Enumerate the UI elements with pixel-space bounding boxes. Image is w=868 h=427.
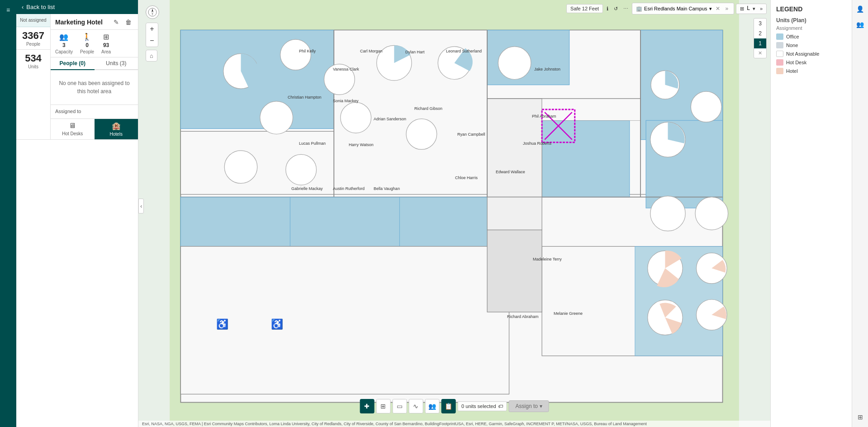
floor-level-3[interactable]: 3 <box>754 19 766 28</box>
legend-title: LEGEND <box>776 5 846 13</box>
hotel-header: Marketing Hotel ✎ 🗑 <box>51 14 138 30</box>
tab-units[interactable]: Units (3) <box>95 57 138 70</box>
compass <box>146 5 159 19</box>
legend-swatch-none <box>776 42 783 48</box>
units-label: Units <box>20 64 47 69</box>
people-icon-stat: 🚶 0 People <box>80 33 94 54</box>
units-selected-badge: 0 units selected 🏷 <box>457 401 507 411</box>
svg-text:♿: ♿ <box>216 318 229 330</box>
floor-dropdown-button[interactable]: ▾ <box>751 5 757 13</box>
campus-name: Esri Redlands Main Campus <box>644 6 707 11</box>
delete-hotel-button[interactable]: 🗑 <box>123 18 133 27</box>
zoom-controls: + − <box>146 23 158 47</box>
select-tool-button[interactable]: ✚ <box>360 399 374 413</box>
hotel-icons-row: 👥 3 Capacity 🚶 0 People ⊞ 93 Area <box>51 30 138 57</box>
assigned-to-section: Assigned to <box>51 104 138 119</box>
units-selected-count: 0 units selected <box>461 403 496 409</box>
svg-point-40 <box>224 151 257 184</box>
svg-point-38 <box>341 102 371 133</box>
legend-assignment-label: Assignment <box>776 25 846 31</box>
svg-text:♿: ♿ <box>271 318 284 330</box>
hot-desks-icon: 🖥 <box>69 122 76 130</box>
svg-rect-11 <box>487 99 542 197</box>
split-tool-button[interactable]: ⊞ <box>376 399 390 413</box>
legend-panel: LEGEND Units (Plan) Assignment Office No… <box>770 0 852 427</box>
floor-level-panel: 3 2 1 ✕ <box>754 18 767 58</box>
safe-badge: Safe 12 Feet <box>566 4 603 13</box>
layout-icon-button[interactable]: ⊞ <box>738 5 746 13</box>
right-sidebar: 👤 👥 ⊞ <box>852 0 868 427</box>
panel-stats-row: Not assigned 3367 People 534 Units Marke… <box>16 14 138 140</box>
edit-hotel-button[interactable]: ✎ <box>112 18 121 27</box>
people-list-icon[interactable]: 👥 <box>854 18 867 31</box>
floor-level-remove[interactable]: ✕ <box>754 48 766 58</box>
home-button[interactable]: ⌂ <box>146 50 157 62</box>
legend-label-not-assignable: Not Assignable <box>786 51 819 57</box>
legend-item-not-assignable: Not Assignable <box>776 51 846 57</box>
floor-plan-button[interactable]: 📋 <box>441 399 455 413</box>
nav-tab-hot-desks[interactable]: 🖥 Hot Desks <box>51 119 95 139</box>
people-filter-button[interactable]: 👥 <box>425 399 439 413</box>
legend-item-office: Office <box>776 33 846 40</box>
legend-swatch-not-assignable <box>776 51 783 57</box>
svg-point-37 <box>260 101 293 134</box>
capacity-icon: 👥 <box>59 33 68 41</box>
people-icon: 🚶 <box>82 33 91 41</box>
svg-rect-27 <box>487 197 542 230</box>
svg-rect-22 <box>180 247 509 394</box>
campus-selector[interactable]: 🏢 Esri Redlands Main Campus ▾ ✕ » <box>632 3 734 14</box>
tab-people[interactable]: People (0) <box>51 57 95 70</box>
legend-item-hot-desk: Hot Desk <box>776 59 846 66</box>
floor-level-1[interactable]: 1 <box>754 38 766 48</box>
map-options-button[interactable]: ⋯ <box>621 5 630 13</box>
hotels-icon: 🏨 <box>112 122 121 130</box>
svg-point-46 <box>695 197 728 230</box>
left-sidebar: ≡ <box>0 0 16 427</box>
svg-point-43 <box>691 91 721 122</box>
attribution-bar: Esri, NASA, NGA, USGS, FEMA | Esri Commu… <box>138 421 770 427</box>
info-icon-button[interactable]: ℹ <box>605 5 610 13</box>
nav-tab-hotels[interactable]: 🏨 Hotels <box>95 119 138 139</box>
detail-panel: ‹ Back to list Not assigned 3367 People … <box>16 0 138 427</box>
not-assigned-stat: Not assigned <box>16 14 50 27</box>
area-stat: ⊞ 93 Area <box>101 33 111 54</box>
rectangle-select-button[interactable]: ▭ <box>392 399 407 413</box>
user-profile-icon[interactable]: 👤 <box>854 3 867 15</box>
collapse-panel-button[interactable]: ‹ <box>138 199 144 214</box>
floor-level-2[interactable]: 2 <box>754 28 766 38</box>
area-icon: ⊞ <box>103 33 109 41</box>
floor-plan-svg: ♿ ♿ <box>138 0 770 427</box>
people-stat: 3367 People <box>16 27 50 50</box>
assign-to-button[interactable]: Assign to ▾ <box>509 400 549 412</box>
svg-point-41 <box>286 154 317 185</box>
map-top-bar: Safe 12 Feet ℹ ↺ ⋯ 🏢 Esri Redlands Main … <box>138 0 770 17</box>
nav-tabs-bottom: 🖥 Hot Desks 🏨 Hotels <box>51 119 138 139</box>
layers-icon[interactable]: ⊞ <box>854 411 867 423</box>
campus-expand-button[interactable]: » <box>724 5 730 13</box>
map-container[interactable]: ♿ ♿ Phil Kelly Carl Morgan Dylan Hart Le… <box>138 0 770 427</box>
lasso-select-button[interactable]: ∿ <box>408 399 423 413</box>
refresh-icon-button[interactable]: ↺ <box>612 5 620 13</box>
map-bottom-toolbar: ✚ ⊞ ▭ ∿ 👥 📋 0 units selected 🏷 Assign to… <box>360 399 549 413</box>
svg-point-45 <box>650 196 685 231</box>
legend-label-none: None <box>786 43 798 48</box>
expand-button[interactable]: » <box>758 5 764 13</box>
assign-to-label: Assign to <box>516 403 538 409</box>
tag-icon: 🏷 <box>498 403 503 409</box>
people-icon-label: People <box>80 49 94 54</box>
zoom-out-button[interactable]: − <box>146 35 158 47</box>
stat-col-left: Not assigned 3367 People 534 Units <box>16 14 51 139</box>
campus-close-button[interactable]: ✕ <box>714 5 722 13</box>
zoom-in-button[interactable]: + <box>146 23 158 35</box>
map-view-controls: ⊞ L ▾ » <box>736 4 767 14</box>
back-to-list-button[interactable]: ‹ Back to list <box>16 0 138 14</box>
units-count: 534 <box>20 52 47 64</box>
back-to-list-label: Back to list <box>26 4 55 10</box>
panel-right-col: Marketing Hotel ✎ 🗑 👥 3 Capacity 🚶 0 Peo… <box>51 14 138 139</box>
units-stat: 534 Units <box>16 50 50 72</box>
legend-swatch-office <box>776 33 783 40</box>
assigned-to-label: Assigned to <box>55 109 133 114</box>
floor-level-label: L <box>747 5 750 13</box>
hamburger-menu-icon[interactable]: ≡ <box>2 4 14 16</box>
assign-dropdown-icon: ▾ <box>540 403 542 409</box>
